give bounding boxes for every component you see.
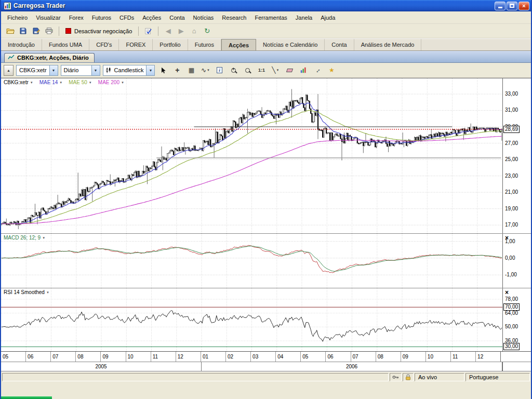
time-axis-months: 0506070809101112010203040506070809101112	[1, 351, 531, 362]
rsi-legend: RSI 14 Smoothed ▼	[4, 289, 49, 295]
order-confirm-icon[interactable]	[142, 25, 154, 37]
tab-analises-de-mercado[interactable]: Análises de Mercado	[354, 39, 422, 50]
minimize-button[interactable]	[495, 2, 506, 10]
price-axis[interactable]: 33,0031,0029,0027,0025,0023,0021,0019,00…	[503, 78, 531, 233]
tab-cfd-s[interactable]: CFD's	[89, 39, 119, 50]
tab-introducao[interactable]: Introdução	[1, 39, 42, 50]
progress-bar	[1, 396, 52, 399]
month-label: 09	[100, 352, 125, 362]
info-tool[interactable]: i	[214, 64, 225, 76]
month-label: 06	[325, 352, 350, 362]
lock-icon[interactable]	[403, 373, 414, 381]
live-status[interactable]: Ao vivo	[415, 373, 464, 381]
axis-tick-label: 33,00	[505, 91, 518, 97]
menu-ajuda[interactable]: Ajuda	[316, 13, 339, 22]
price-chart[interactable]: CBKG:xetr▼MAE 14▼MAE 50▼MAE 200▼	[1, 78, 503, 233]
tab-fundos-uma[interactable]: Fundos UMA	[42, 39, 89, 50]
tab-forex[interactable]: FOREX	[119, 39, 153, 50]
legend-mae-200[interactable]: MAE 200▼	[98, 79, 124, 85]
month-label: 12	[475, 352, 500, 362]
tab-futuros[interactable]: Futuros	[188, 39, 221, 50]
one-to-one-tool[interactable]: 1:1	[256, 64, 267, 76]
grid-tool[interactable]: ▦	[185, 64, 197, 76]
home-icon[interactable]: ⌂	[188, 25, 200, 37]
chart-tab-icon	[8, 55, 15, 61]
menu-janela[interactable]: Janela	[291, 13, 316, 22]
save-icon[interactable]	[17, 25, 29, 37]
rsi-legend-label: RSI 14 Smoothed	[4, 289, 45, 295]
menu-forex[interactable]: Forex	[65, 13, 88, 22]
menu-cfds[interactable]: CFDs	[115, 13, 138, 22]
forward-icon[interactable]: ▶	[175, 25, 187, 37]
title-bar: Carregosa Trader ×	[1, 0, 531, 11]
macd-legend-item[interactable]: MACD 26; 12; 9 ▼	[4, 235, 45, 241]
chevron-down-icon: ▼	[49, 65, 58, 75]
tab-accoes[interactable]: Acções	[221, 39, 256, 50]
refresh-icon[interactable]: ↻	[201, 25, 213, 37]
fit-tool[interactable]: ↔	[312, 64, 323, 76]
menu-futuros[interactable]: Futuros	[88, 13, 115, 22]
maximize-button[interactable]	[507, 2, 517, 10]
legend-label: MAE 200	[98, 79, 119, 85]
chart-type-select[interactable]: Candlestick ▼	[103, 65, 155, 76]
chart-studies-tool[interactable]	[298, 64, 309, 76]
language-select[interactable]: Portuguese	[466, 373, 530, 381]
month-label: 10	[126, 352, 151, 362]
document-tab-label: CBKG:xetr, Acções, Diário	[17, 55, 89, 61]
bottom-filler	[1, 382, 531, 399]
macd-legend-label: MACD 26; 12; 9	[4, 235, 41, 241]
menu-ferramentas[interactable]: Ferramentas	[250, 13, 291, 22]
tab-conta[interactable]: Conta	[325, 39, 354, 50]
pointer-tool[interactable]	[157, 64, 169, 76]
collapse-panel-button[interactable]: ▲	[4, 65, 14, 76]
rsi-panel[interactable]: RSI 14 Smoothed ▼	[1, 288, 503, 351]
rsi-legend-item[interactable]: RSI 14 Smoothed ▼	[4, 289, 49, 295]
connection-icon[interactable]	[390, 373, 402, 381]
toolbar-separator	[158, 26, 158, 36]
menu-visualizar[interactable]: Visualizar	[32, 13, 65, 22]
tab-portfolio[interactable]: Portfolio	[153, 39, 188, 50]
document-tab[interactable]: CBKG:xetr, Acções, Diário	[4, 53, 95, 62]
menu-ficheiro[interactable]: Ficheiro	[3, 13, 32, 22]
chevron-down-icon: ▼	[30, 81, 33, 84]
legend-mae-14[interactable]: MAE 14▼	[39, 79, 63, 85]
legend-label: CBKG:xetr	[4, 79, 29, 85]
menu-accoes[interactable]: Acções	[138, 13, 165, 22]
eraser-tool[interactable]	[284, 64, 295, 76]
maximize-icon	[510, 4, 514, 8]
wizard-tool[interactable]: ★	[326, 64, 337, 76]
tab-noticias-e-calendario[interactable]: Notícias e Calendário	[256, 39, 325, 50]
trendline-tool[interactable]: ╲▼	[270, 64, 281, 76]
period-select[interactable]: Diário ▼	[61, 65, 100, 76]
back-icon[interactable]: ◀	[162, 25, 174, 37]
legend-mae-50[interactable]: MAE 50▼	[69, 79, 92, 85]
axis-tick-label: 31,00	[505, 107, 518, 113]
axis-value-box: 70,00	[503, 303, 520, 311]
zoom-area-tool[interactable]	[228, 64, 239, 76]
close-rsi-button[interactable]: ×	[505, 289, 509, 296]
rsi-axis[interactable]: × 78,0064,0050,0036,0070,0030,00	[503, 288, 531, 351]
macd-panel[interactable]: MACD 26; 12; 9 ▼	[1, 234, 503, 288]
macd-axis[interactable]: × 1,000,00-1,00	[503, 234, 531, 288]
legend-label: MAE 14	[39, 79, 58, 85]
menu-research[interactable]: Research	[218, 13, 250, 22]
fit-icon: ↔	[313, 65, 322, 75]
wave-icon: ∿	[201, 66, 206, 74]
chevron-down-icon: ▼	[121, 81, 124, 84]
crosshair-tool[interactable]: +	[171, 64, 183, 76]
menu-noticias[interactable]: Notícias	[189, 13, 218, 22]
live-status-label: Ao vivo	[418, 374, 437, 380]
status-message-panel	[2, 373, 389, 381]
legend-cbkg-xetr[interactable]: CBKG:xetr▼	[4, 79, 33, 85]
magnifier-icon	[245, 68, 250, 73]
indicators-tool[interactable]: ∿▼	[200, 64, 211, 76]
disable-trading-button[interactable]: Desactivar negociação	[63, 25, 135, 37]
close-button[interactable]: ×	[518, 2, 529, 10]
month-label: 07	[351, 352, 376, 362]
print-icon[interactable]	[43, 25, 55, 37]
symbol-select[interactable]: CBKG:xetr ▼	[16, 65, 58, 76]
zoom-tool[interactable]	[242, 64, 253, 76]
menu-conta[interactable]: Conta	[165, 13, 189, 22]
open-folder-icon[interactable]	[4, 25, 16, 37]
save-as-icon[interactable]	[30, 25, 42, 37]
